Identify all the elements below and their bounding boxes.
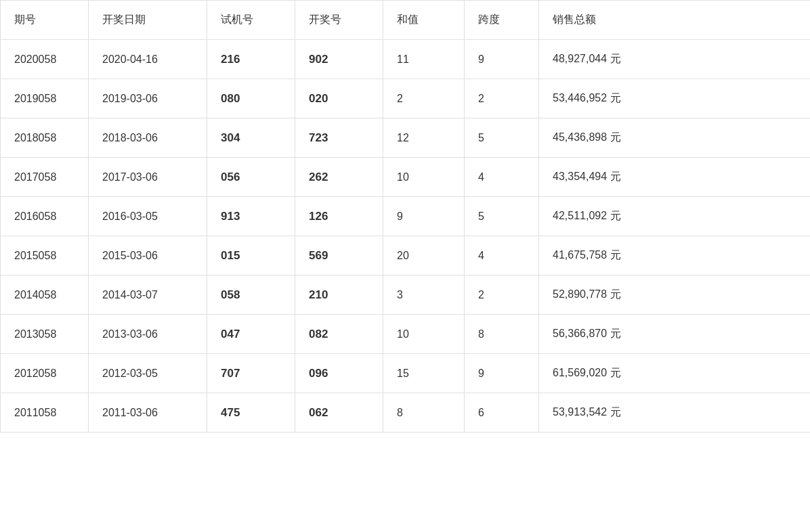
sales-cell: 52,890,778 元 [539,275,811,315]
trial-cell: 913 [207,197,295,236]
sales-cell: 42,511,092 元 [539,197,811,236]
winning-cell: 210 [295,275,383,315]
winning-cell: 262 [295,158,383,197]
date-cell: 2015-03-06 [89,236,207,275]
sales-cell: 53,913,542 元 [539,393,811,433]
period-cell: 2020058 [1,40,89,79]
column-header: 销售总额 [539,1,811,40]
sales-cell: 56,366,870 元 [539,315,811,354]
column-header: 开奖日期 [89,1,207,40]
period-cell: 2014058 [1,275,89,315]
trial-cell: 475 [207,393,295,433]
date-cell: 2011-03-06 [89,393,207,433]
sales-cell: 43,354,494 元 [539,158,811,197]
span-cell: 9 [465,354,539,393]
column-header: 试机号 [207,1,295,40]
table-row: 20110582011-03-064750628653,913,542 元 [1,393,811,433]
period-cell: 2015058 [1,236,89,275]
sales-cell: 53,446,952 元 [539,79,811,118]
trial-cell: 015 [207,236,295,275]
trial-cell: 058 [207,275,295,315]
sales-cell: 45,436,898 元 [539,118,811,158]
table-row: 20170582017-03-0605626210443,354,494 元 [1,158,811,197]
lottery-table: 期号开奖日期试机号开奖号和值跨度销售总额 20200582020-04-1621… [0,0,810,433]
period-cell: 2012058 [1,354,89,393]
trial-cell: 047 [207,315,295,354]
span-cell: 4 [465,158,539,197]
trial-cell: 707 [207,354,295,393]
period-cell: 2018058 [1,118,89,158]
period-cell: 2017058 [1,158,89,197]
sales-cell: 61,569,020 元 [539,354,811,393]
sum-cell: 10 [383,158,465,197]
span-cell: 9 [465,40,539,79]
table-row: 20180582018-03-0630472312545,436,898 元 [1,118,811,158]
sum-cell: 15 [383,354,465,393]
date-cell: 2013-03-06 [89,315,207,354]
winning-cell: 126 [295,197,383,236]
table-row: 20160582016-03-059131269542,511,092 元 [1,197,811,236]
table-header-row: 期号开奖日期试机号开奖号和值跨度销售总额 [1,1,811,40]
sum-cell: 11 [383,40,465,79]
winning-cell: 902 [295,40,383,79]
table-row: 20150582015-03-0601556920441,675,758 元 [1,236,811,275]
sum-cell: 8 [383,393,465,433]
table-row: 20200582020-04-1621690211948,927,044 元 [1,40,811,79]
trial-cell: 304 [207,118,295,158]
span-cell: 8 [465,315,539,354]
date-cell: 2012-03-05 [89,354,207,393]
sum-cell: 2 [383,79,465,118]
winning-cell: 723 [295,118,383,158]
winning-cell: 096 [295,354,383,393]
winning-cell: 082 [295,315,383,354]
span-cell: 6 [465,393,539,433]
table-row: 20190582019-03-060800202253,446,952 元 [1,79,811,118]
trial-cell: 216 [207,40,295,79]
column-header: 和值 [383,1,465,40]
span-cell: 2 [465,275,539,315]
date-cell: 2018-03-06 [89,118,207,158]
sales-cell: 41,675,758 元 [539,236,811,275]
span-cell: 2 [465,79,539,118]
table-row: 20130582013-03-0604708210856,366,870 元 [1,315,811,354]
trial-cell: 080 [207,79,295,118]
date-cell: 2020-04-16 [89,40,207,79]
sum-cell: 20 [383,236,465,275]
span-cell: 5 [465,118,539,158]
date-cell: 2019-03-06 [89,79,207,118]
winning-cell: 062 [295,393,383,433]
winning-cell: 569 [295,236,383,275]
date-cell: 2016-03-05 [89,197,207,236]
column-header: 期号 [1,1,89,40]
date-cell: 2017-03-06 [89,158,207,197]
column-header: 开奖号 [295,1,383,40]
winning-cell: 020 [295,79,383,118]
sum-cell: 9 [383,197,465,236]
period-cell: 2013058 [1,315,89,354]
period-cell: 2019058 [1,79,89,118]
trial-cell: 056 [207,158,295,197]
sum-cell: 12 [383,118,465,158]
period-cell: 2016058 [1,197,89,236]
sales-cell: 48,927,044 元 [539,40,811,79]
span-cell: 5 [465,197,539,236]
table-row: 20120582012-03-0570709615961,569,020 元 [1,354,811,393]
table-row: 20140582014-03-070582103252,890,778 元 [1,275,811,315]
sum-cell: 10 [383,315,465,354]
period-cell: 2011058 [1,393,89,433]
sum-cell: 3 [383,275,465,315]
span-cell: 4 [465,236,539,275]
column-header: 跨度 [465,1,539,40]
date-cell: 2014-03-07 [89,275,207,315]
